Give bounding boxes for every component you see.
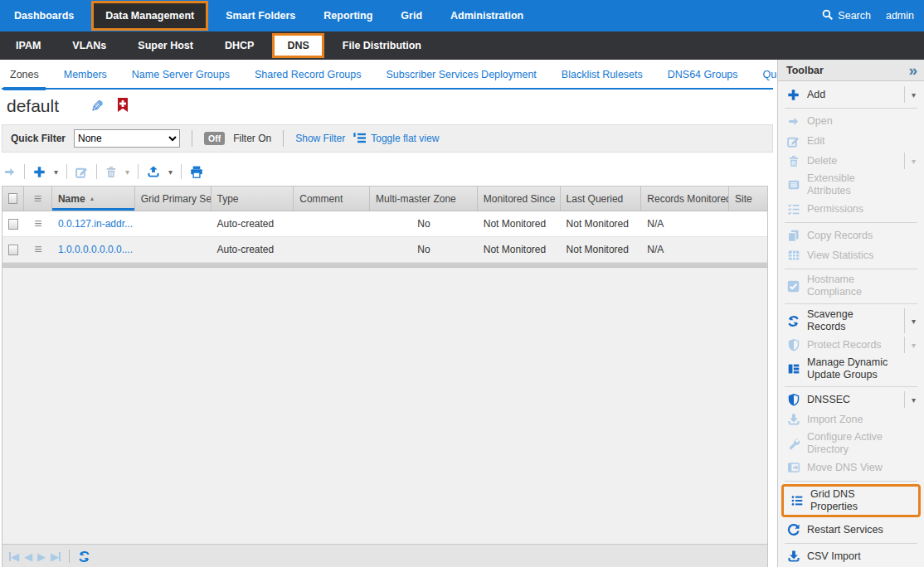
toolbar-item-permissions[interactable]: Permissions — [778, 199, 924, 219]
show-filter-link[interactable]: Show Filter — [295, 133, 345, 144]
toolbar-item-import-zone[interactable]: Import Zone — [778, 410, 924, 429]
toolbar-item-restart-services[interactable]: Restart Services — [778, 520, 924, 540]
tab-dns64-groups[interactable]: DNS64 Groups — [661, 62, 745, 88]
toolbar-item-edit[interactable]: Edit — [778, 131, 924, 151]
menu-icon[interactable]: ≡ — [34, 192, 41, 206]
toolbar-item-copy-records[interactable]: Copy Records — [778, 225, 924, 245]
edit-button[interactable] — [75, 166, 88, 178]
column-header-type[interactable]: Type — [212, 187, 294, 211]
row-menu-icon[interactable]: ≡ — [34, 243, 41, 256]
delete-dropdown-caret[interactable]: ▾ — [125, 167, 129, 177]
tab-name-server-groups[interactable]: Name Server Groups — [125, 62, 236, 88]
toolbar-item-manage-dynamic-update-groups[interactable]: Manage Dynamic Update Groups — [778, 355, 924, 383]
last-page-button[interactable]: ▶ — [51, 551, 61, 562]
nav-item-grid[interactable]: Grid — [387, 0, 436, 32]
subnav-item-dhcp[interactable]: DHCP — [209, 32, 270, 60]
nav-item-administration[interactable]: Administration — [436, 0, 537, 32]
dropdown-caret[interactable]: ▾ — [904, 337, 922, 353]
row-checkbox[interactable] — [8, 219, 18, 230]
export-dropdown-caret[interactable]: ▾ — [168, 167, 173, 177]
toolbar-item-scavenge-records[interactable]: Scavenge Records▾ — [778, 307, 924, 335]
page-title: default — [7, 96, 59, 116]
subnav-item-file-distribution[interactable]: File Distribution — [327, 32, 437, 60]
collapse-panel-icon[interactable]: » — [908, 62, 917, 78]
add-dropdown-caret[interactable]: ▾ — [54, 167, 58, 177]
row-menu-cell: ≡ — [24, 211, 52, 236]
tab-blacklist-rulesets[interactable]: Blacklist Rulesets — [555, 62, 649, 88]
toolbar-item-view-statistics[interactable]: View Statistics — [778, 245, 924, 265]
divider — [192, 130, 192, 147]
toolbar-item-label: Edit — [807, 135, 825, 148]
wrench-icon — [786, 438, 800, 450]
zone-link[interactable]: 1.0.0.0.0.0.0.0.... — [58, 244, 133, 255]
tab-zones[interactable]: Zones — [3, 62, 46, 90]
download-icon — [786, 414, 800, 426]
first-page-button[interactable]: ◀ — [9, 551, 19, 562]
previous-page-button[interactable]: ◀ — [24, 551, 32, 562]
column-header-comment[interactable]: Comment — [294, 187, 370, 211]
global-search-button[interactable]: Search — [822, 9, 871, 23]
toolbar-item-csv-import[interactable]: CSV Import — [778, 546, 924, 566]
filter-toggle[interactable]: Off — [204, 132, 225, 145]
row-menu-icon[interactable]: ≡ — [34, 217, 41, 230]
column-header-multi-master-zone[interactable]: Multi-master Zone — [370, 187, 478, 211]
subnav-item-vlans[interactable]: VLANs — [56, 32, 122, 60]
toolbar-item-extensible-attributes[interactable]: Extensible Attributes — [778, 171, 924, 199]
toolbar-item-label: Configure Active Directory — [807, 431, 890, 456]
dropdown-caret[interactable]: ▾ — [904, 308, 922, 333]
nav-item-reporting[interactable]: Reporting — [309, 0, 387, 32]
dropdown-caret[interactable]: ▾ — [904, 391, 922, 408]
add-button[interactable] — [33, 166, 46, 178]
tab-members[interactable]: Members — [57, 62, 114, 88]
cell-last-queried: Not Monitored — [561, 237, 642, 262]
nav-item-dashboards[interactable]: Dashboards — [0, 0, 88, 32]
subnav-item-super-host[interactable]: Super Host — [122, 32, 209, 60]
subnav-item-ipam[interactable]: IPAM — [0, 32, 56, 60]
action-bar: ▾ ▾ ▾ — [2, 159, 773, 184]
dropdown-caret[interactable]: ▾ — [904, 86, 922, 103]
column-header-records-monitored[interactable]: Records Monitored — [641, 187, 729, 211]
cell-grid-primary-server — [135, 211, 212, 236]
go-button[interactable] — [3, 167, 16, 177]
refresh-icon — [786, 524, 800, 536]
user-menu[interactable]: admin — [886, 10, 914, 22]
row-checkbox[interactable] — [8, 245, 18, 255]
dropdown-caret[interactable]: ▾ — [904, 153, 922, 169]
toolbar-item-move-dns-view[interactable]: Move DNS View — [778, 458, 924, 477]
column-header-name[interactable]: Name▲ — [52, 187, 135, 211]
toolbar-item-add[interactable]: Add▾ — [778, 85, 924, 104]
toolbar-item-hostname-compliance[interactable]: Hostname Compliance — [778, 272, 924, 300]
edit-title-icon[interactable]: ✎ — [90, 97, 104, 116]
toolbar-item-configure-active-directory[interactable]: Configure Active Directory — [778, 429, 924, 458]
separator — [785, 386, 917, 387]
nav-item-smart-folders[interactable]: Smart Folders — [212, 0, 309, 32]
toolbar-item-dnssec[interactable]: DNSSEC▾ — [778, 390, 924, 410]
quick-filter-select[interactable]: None — [74, 129, 180, 148]
bookmark-add-icon[interactable] — [117, 98, 129, 115]
print-button[interactable] — [190, 166, 203, 178]
title-row: default ✎ — [2, 90, 773, 123]
column-header-last-queried[interactable]: Last Queried — [561, 187, 642, 211]
nav-item-data-management[interactable]: Data Management — [91, 1, 208, 31]
subnav-item-dns[interactable]: DNS — [272, 33, 323, 58]
trash-icon — [786, 155, 800, 167]
zone-link[interactable]: 0.0.127.in-addr... — [58, 218, 133, 230]
delete-button[interactable] — [105, 166, 117, 178]
toggle-flat-view-link[interactable]: Toggle flat view — [353, 132, 439, 146]
toolbar-item-delete[interactable]: Delete▾ — [778, 151, 924, 171]
toolbar-item-protect-records[interactable]: Protect Records▾ — [778, 335, 924, 355]
download-icon — [786, 550, 800, 563]
column-header-site[interactable]: Site — [729, 187, 767, 211]
column-header-grid-primary-se[interactable]: Grid Primary Se... — [135, 187, 212, 211]
tab-shared-record-groups[interactable]: Shared Record Groups — [248, 62, 368, 88]
toolbar-item-grid-dns-properties[interactable]: Grid DNS Properties — [784, 487, 918, 515]
toolbar-item-open[interactable]: Open — [778, 111, 924, 131]
export-button[interactable] — [147, 166, 160, 178]
column-header-monitored-since[interactable]: Monitored Since — [478, 187, 561, 211]
next-page-button[interactable]: ▶ — [37, 551, 46, 562]
app-window: DashboardsData ManagementSmart FoldersRe… — [0, 0, 924, 567]
refresh-button[interactable] — [78, 550, 90, 563]
list-icon — [790, 495, 804, 506]
tab-subscriber-services-deployment[interactable]: Subscriber Services Deployment — [380, 62, 543, 88]
select-all-checkbox[interactable] — [8, 193, 17, 204]
